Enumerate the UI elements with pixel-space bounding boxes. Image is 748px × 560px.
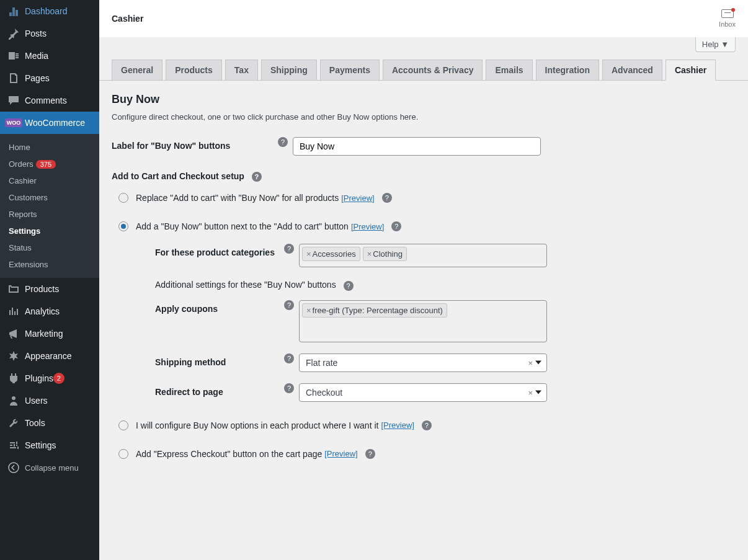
help-icon[interactable]: ? <box>284 353 294 363</box>
tab-emails[interactable]: Emails <box>486 60 532 80</box>
radio-label: Add "Express Checkout" button on the car… <box>136 449 322 459</box>
sidebar-sub-reports[interactable]: Reports <box>0 206 99 223</box>
sidebar-item-posts[interactable]: Posts <box>0 22 99 45</box>
sidebar-item-media[interactable]: Media <box>0 45 99 67</box>
clear-icon[interactable]: × <box>528 358 533 367</box>
help-icon[interactable]: ? <box>391 221 401 231</box>
remove-tag-icon[interactable]: × <box>306 306 311 315</box>
header-bar: Cashier Inbox <box>99 0 748 37</box>
sidebar-sub-status[interactable]: Status <box>0 239 99 256</box>
tag-clothing: ×Clothing <box>363 247 407 261</box>
label-redirect: Redirect to page <box>155 383 279 397</box>
radio-per-product[interactable] <box>118 420 128 430</box>
preview-link[interactable]: [Preview] <box>381 420 414 430</box>
help-icon[interactable]: ? <box>344 281 354 291</box>
inbox-button[interactable]: Inbox <box>719 9 736 28</box>
clear-icon[interactable]: × <box>528 388 533 397</box>
sidebar-submenu: Home Orders375 Cashier Customers Reports… <box>0 134 99 278</box>
sidebar-item-woocommerce[interactable]: WOO WooCommerce <box>0 112 99 134</box>
sidebar-label: Posts <box>25 29 47 38</box>
inbox-label: Inbox <box>719 20 736 28</box>
sidebar-label: WooCommerce <box>25 118 85 128</box>
help-icon[interactable]: ? <box>382 193 392 203</box>
sidebar-item-marketing[interactable]: Marketing <box>0 322 99 345</box>
svg-point-0 <box>12 396 16 400</box>
remove-tag-icon[interactable]: × <box>306 249 311 259</box>
row-redirect: Redirect to page ? Checkout × <box>155 383 736 402</box>
woo-icon: WOO <box>7 117 20 129</box>
tab-general[interactable]: General <box>112 60 163 80</box>
sidebar-sub-extensions[interactable]: Extensions <box>0 256 99 273</box>
sidebar-item-products[interactable]: Products <box>0 278 99 300</box>
tab-advanced[interactable]: Advanced <box>602 60 662 80</box>
users-icon <box>7 394 20 407</box>
sidebar-item-tools[interactable]: Tools <box>0 412 99 434</box>
help-icon[interactable]: ? <box>284 244 294 254</box>
help-icon[interactable]: ? <box>422 420 432 430</box>
collapse-icon <box>7 461 20 474</box>
remove-tag-icon[interactable]: × <box>367 249 372 259</box>
sidebar-label: Pages <box>25 73 50 83</box>
shipping-select[interactable]: Flat rate × <box>299 353 547 372</box>
sidebar-label: Plugins <box>25 373 53 383</box>
tab-cashier[interactable]: Cashier <box>666 60 716 81</box>
sidebar-item-dashboard[interactable]: Dashboard <box>0 0 99 22</box>
section-description: Configure direct checkout, one or two cl… <box>112 112 736 122</box>
preview-link[interactable]: [Preview] <box>341 193 374 203</box>
preview-link[interactable]: [Preview] <box>351 222 384 231</box>
coupons-input[interactable]: ×free-gift (Type: Percentage discount) <box>299 300 547 342</box>
sidebar-label: Products <box>25 284 59 294</box>
help-row: Help ▼ <box>99 37 748 52</box>
radio-replace[interactable] <box>118 193 128 203</box>
sidebar-sub-cashier[interactable]: Cashier <box>0 172 99 189</box>
media-icon <box>7 50 20 62</box>
plugins-badge: 2 <box>53 373 65 384</box>
preview-link[interactable]: [Preview] <box>324 449 357 458</box>
sidebar-item-plugins[interactable]: Plugins 2 <box>0 367 99 389</box>
label-categories: For these product categories <box>155 244 279 257</box>
sidebar-sub-settings[interactable]: Settings <box>0 223 99 239</box>
help-button[interactable]: Help ▼ <box>695 37 736 52</box>
radio-add-next-to[interactable] <box>118 221 128 231</box>
help-icon[interactable]: ? <box>284 300 294 310</box>
sidebar-sub-orders[interactable]: Orders375 <box>0 156 99 172</box>
tab-integration[interactable]: Integration <box>536 60 599 80</box>
tab-products[interactable]: Products <box>166 60 222 80</box>
sidebar-item-comments[interactable]: Comments <box>0 89 99 112</box>
help-icon[interactable]: ? <box>284 383 294 393</box>
sidebar-label: Media <box>25 51 48 61</box>
sidebar-item-appearance[interactable]: Appearance <box>0 345 99 367</box>
label-for-buy-now: Label for "Buy Now" buttons <box>112 137 273 151</box>
sidebar-item-pages[interactable]: Pages <box>0 67 99 89</box>
inbox-icon <box>721 9 734 18</box>
select-value: Checkout <box>306 388 342 398</box>
row-label-buttons: Label for "Buy Now" buttons ? <box>112 137 736 156</box>
collapse-menu[interactable]: Collapse menu <box>0 456 99 479</box>
categories-input[interactable]: ×Accessories ×Clothing <box>299 244 547 267</box>
radio-label: I will configure Buy Now options in each… <box>136 420 378 430</box>
tab-accounts[interactable]: Accounts & Privacy <box>383 60 483 80</box>
select-value: Flat rate <box>306 358 337 368</box>
redirect-select[interactable]: Checkout × <box>299 383 547 402</box>
tab-tax[interactable]: Tax <box>225 60 258 80</box>
help-icon[interactable]: ? <box>252 172 262 182</box>
tab-shipping[interactable]: Shipping <box>261 60 317 80</box>
label-shipping: Shipping method <box>155 353 279 367</box>
radio-express-checkout[interactable] <box>118 449 128 459</box>
marketing-icon <box>7 327 20 340</box>
comments-icon <box>7 94 20 107</box>
tab-payments[interactable]: Payments <box>320 60 380 80</box>
sidebar-item-analytics[interactable]: Analytics <box>0 300 99 322</box>
sidebar-item-settings[interactable]: Settings <box>0 434 99 456</box>
help-icon[interactable]: ? <box>278 137 288 147</box>
sidebar-sub-customers[interactable]: Customers <box>0 189 99 206</box>
buy-now-label-input[interactable] <box>293 137 541 156</box>
sidebar-sub-home[interactable]: Home <box>0 139 99 156</box>
row-shipping: Shipping method ? Flat rate × <box>155 353 736 372</box>
nested-settings: For these product categories ? ×Accessor… <box>155 244 736 401</box>
row-categories: For these product categories ? ×Accessor… <box>155 244 736 267</box>
help-icon[interactable]: ? <box>365 449 375 459</box>
select-controls: × <box>528 358 541 367</box>
sidebar-item-users[interactable]: Users <box>0 389 99 412</box>
analytics-icon <box>7 305 20 318</box>
